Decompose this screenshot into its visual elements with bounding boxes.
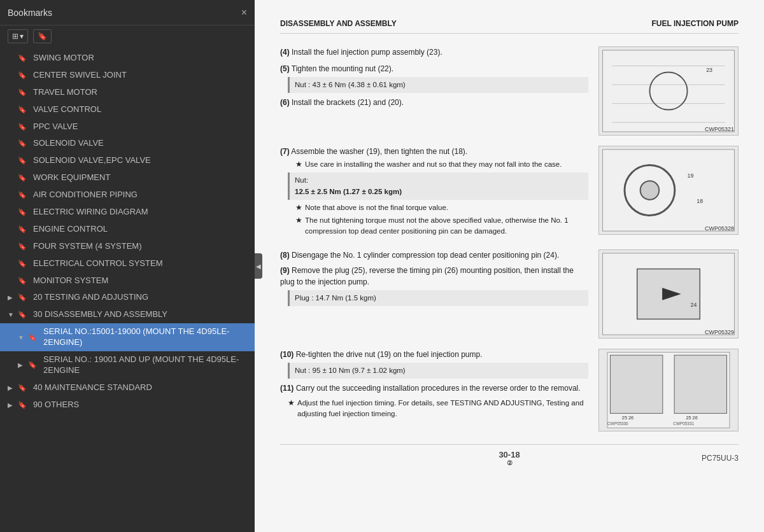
bookmark-icon: 🔖 [18,54,29,62]
bookmark-icon: 🔖 [18,260,29,268]
bookmark-item-center-swivel[interactable]: 🔖CENTER SWIVEL JOINT [0,67,255,84]
step-text-7: (7) Assemble the washer (19), then tight… [280,146,588,239]
step-5-text: (5) Tighten the mounting nut (22). [280,63,588,74]
bookmark-icon: 🔖 [18,191,29,199]
bookmark-item-air-conditioner[interactable]: 🔖AIR CONDITIONER PIPING [0,186,255,204]
torque-7: Nut:12.5 ± 2.5 Nm (1.27 ± 0.25 kgm) [288,172,588,200]
bookmark-item-electrical-control[interactable]: 🔖ELECTRICAL CONTROL SYSTEM [0,255,255,272]
image-label-2: CWP05328 [705,225,734,232]
expand-arrow-icon: ▶ [8,294,18,301]
doc-header-left: DISASSEMBLY AND ASSEMBLY [280,19,397,28]
document-content: (4) Install the fuel injection pump asse… [280,46,739,431]
bookmark-label: ELECTRIC WIRING DIAGRAM [33,207,148,218]
bookmarks-panel: Bookmarks × ⊞ ▾ 🔖 🔖SWING MOTOR🔖CENTER SW… [0,0,255,532]
bookmark-action-button[interactable]: 🔖 [33,29,52,43]
bookmark-item-travel-motor[interactable]: 🔖TRAVEL MOTOR [0,84,255,101]
bookmark-icon: 🔖 [18,225,29,234]
bookmark-label: SOLENOID VALVE,EPC VALVE [33,155,151,166]
bookmark-label: CENTER SWIVEL JOINT [33,70,127,81]
bookmark-label: ENGINE CONTROL [33,224,108,235]
bookmarks-header: Bookmarks × [0,0,255,25]
bookmark-label: TRAVEL MOTOR [33,87,97,98]
bookmark-label: SWING MOTOR [33,53,94,64]
svg-text:25 26: 25 26 [622,414,633,420]
svg-rect-18 [674,355,726,413]
chevron-left-icon: ◀ [256,263,261,270]
bookmark-item-four-system[interactable]: 🔖FOUR SYSTEM (4 SYSTEM) [0,238,255,255]
bookmark-item-solenoid-valve-epc[interactable]: 🔖SOLENOID VALVE,EPC VALVE [0,152,255,169]
bookmark-item-electric-wiring[interactable]: 🔖ELECTRIC WIRING DIAGRAM [0,204,255,221]
toolbar: ⊞ ▾ 🔖 [0,25,255,47]
bookmark-item-monitor-system[interactable]: 🔖MONITOR SYSTEM [0,272,255,290]
view-toggle-button[interactable]: ⊞ ▾ [8,29,28,43]
bookmark-icon: 🔖 [18,311,29,319]
bookmark-item-maintenance[interactable]: ▶🔖40 MAINTENANCE STANDARD [0,379,255,396]
bookmark-icon: 🔖 [18,401,29,409]
svg-point-9 [640,181,660,200]
step-7-text: (7) Assemble the washer (19), then tight… [280,146,588,157]
bookmark-icon: 🔖 [28,361,39,369]
svg-text:25 26: 25 26 [686,414,697,420]
bookmark-item-solenoid-valve[interactable]: 🔖SOLENOID VALVE [0,135,255,152]
bookmark-label: 40 MAINTENANCE STANDARD [33,382,152,393]
document-header: DISASSEMBLY AND ASSEMBLY FUEL INJECTION … [280,19,739,34]
bookmark-icon: 🔖 [18,208,29,216]
document-panel: DISASSEMBLY AND ASSEMBLY FUEL INJECTION … [255,0,764,532]
bookmark-item-swing-motor[interactable]: 🔖SWING MOTOR [0,50,255,67]
bookmark-icon: 🔖 [28,333,39,342]
svg-text:23: 23 [706,67,712,73]
svg-text:19: 19 [688,172,694,179]
document-footer: 30-18 ② PC75UU-3 [280,444,739,466]
bookmark-icon: 🔖 [38,32,47,41]
step-row-7: (7) Assemble the washer (19), then tight… [280,146,739,239]
diagram-img2: 1918CWP05328 [598,146,739,235]
bookmark-label: VALVE CONTROL [33,104,101,115]
diagram-img3: 24CWP05329 [598,249,739,339]
bookmark-label: MONITOR SYSTEM [33,276,108,286]
bookmarks-title: Bookmarks [8,8,52,18]
bookmark-label: PPC VALVE [33,122,78,132]
star-note-7b: ★Note that above is not the final torque… [288,202,588,213]
bookmark-item-serial-19001[interactable]: ▶🔖SERIAL NO.: 19001 AND UP (MOUNT THE 4D… [0,351,255,379]
bookmark-label: SOLENOID VALVE [33,138,104,149]
expand-arrow-icon: ▶ [8,384,18,391]
step-text-4: (4) Install the fuel injection pump asse… [280,46,588,108]
bookmark-item-ppc-valve[interactable]: 🔖PPC VALVE [0,118,255,136]
bookmark-icon: 🔖 [18,384,29,392]
bookmark-item-disassembly-assembly[interactable]: ▼🔖30 DISASSEMBLY AND ASSEMBLY [0,306,255,323]
bookmark-item-valve-control[interactable]: 🔖VALVE CONTROL [0,101,255,118]
close-button[interactable]: × [241,8,247,18]
image-label-1: CWP05321 [705,126,734,132]
bookmark-label: SERIAL NO.: 19001 AND UP (MOUNT THE 4D95… [43,354,250,376]
bookmark-icon: 🔖 [18,157,29,165]
bookmark-item-work-equipment[interactable]: 🔖WORK EQUIPMENT [0,169,255,186]
bookmark-label: 30 DISASSEMBLY AND ASSEMBLY [33,309,167,320]
dropdown-arrow-icon: ▾ [20,32,24,41]
expand-arrow-icon: ▶ [8,402,18,409]
panel-collapse-handle[interactable]: ◀ [255,253,262,279]
bookmark-item-others[interactable]: ▶🔖90 OTHERS [0,396,255,414]
image-label-3: CWP05329 [705,329,734,335]
step-4-text: (4) Install the fuel injection pump asse… [280,46,588,58]
svg-rect-0 [603,50,735,132]
bookmark-label: ELECTRICAL CONTROL SYSTEM [33,258,162,269]
step-9-text: (9) Remove the plug (25), reverse the ti… [280,265,588,288]
bookmark-icon: 🔖 [18,277,29,285]
bookmark-item-engine-control[interactable]: 🔖ENGINE CONTROL [0,221,255,238]
torque-10: Nut : 95 ± 10 Nm (9.7 ± 1.02 kgm) [288,363,588,379]
grid-icon: ⊞ [12,32,18,41]
svg-text:24: 24 [691,301,697,307]
bookmark-icon: 🔖 [18,293,29,302]
star-note-7a: ★Use care in installing the washer and n… [288,159,588,170]
bookmark-icon: 🔖 [18,242,29,251]
doc-header-right: FUEL INJECTION PUMP [652,19,739,28]
bookmark-label: 20 TESTING AND ADJUSTING [33,292,148,303]
bookmark-list: 🔖SWING MOTOR🔖CENTER SWIVEL JOINT🔖TRAVEL … [0,47,255,532]
star-note-final: ★Adjust the fuel injection timing. For d… [288,398,588,420]
bookmark-label: WORK EQUIPMENT [33,172,110,183]
bookmark-icon: 🔖 [18,88,29,97]
step-10-text: (10) Re-tighten the drive nut (19) on th… [280,349,588,360]
bookmark-item-serial-15001[interactable]: ▼🔖SERIAL NO.:15001-19000 (MOUNT THE 4D95… [0,323,255,351]
bookmark-item-testing-adjusting[interactable]: ▶🔖20 TESTING AND ADJUSTING [0,289,255,306]
bookmark-label: FOUR SYSTEM (4 SYSTEM) [33,241,141,252]
